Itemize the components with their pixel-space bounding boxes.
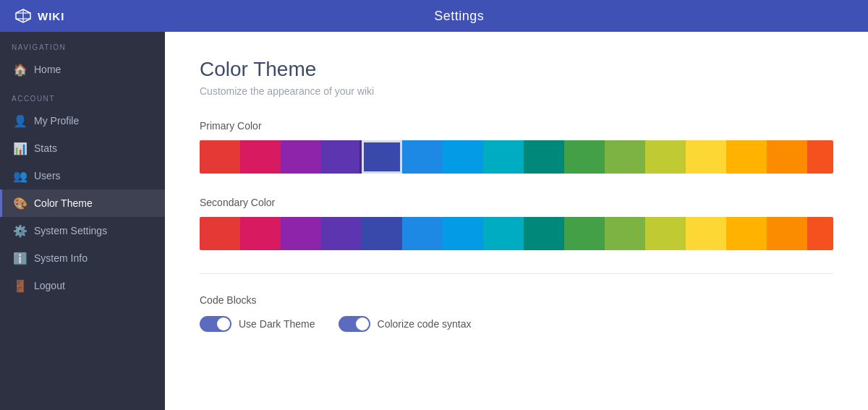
primary-color-swatch-2[interactable] bbox=[281, 140, 321, 174]
sidebar-item-system-info-label: System Info bbox=[34, 252, 88, 264]
wiki-logo-icon bbox=[14, 7, 32, 25]
primary-color-swatch-3[interactable] bbox=[321, 140, 362, 174]
secondary-color-swatch-1[interactable] bbox=[240, 217, 281, 250]
primary-color-swatch-10[interactable] bbox=[605, 140, 645, 174]
account-section-label: ACCOUNT bbox=[0, 83, 165, 107]
sidebar-item-home-label: Home bbox=[34, 64, 61, 75]
sidebar-item-my-profile-label: My Profile bbox=[34, 115, 79, 127]
primary-color-label: Primary Color bbox=[200, 120, 833, 132]
sidebar-item-home[interactable]: 🏠 Home bbox=[0, 56, 165, 83]
logo-text: WIKI bbox=[38, 10, 64, 22]
colorize-toggle[interactable] bbox=[339, 316, 370, 332]
secondary-color-swatch-3[interactable] bbox=[321, 217, 362, 250]
logout-icon: 🚪 bbox=[14, 279, 27, 292]
layout: NAVIGATION 🏠 Home ACCOUNT 👤 My Profile 📊… bbox=[0, 32, 868, 410]
primary-color-swatch-13[interactable] bbox=[726, 140, 767, 174]
topbar-title: Settings bbox=[64, 9, 854, 24]
main-content: Color Theme Customize the appearance of … bbox=[165, 32, 868, 410]
sidebar-item-stats-label: Stats bbox=[34, 142, 57, 154]
secondary-color-swatch-9[interactable] bbox=[564, 217, 605, 250]
sidebar-item-stats[interactable]: 📊 Stats bbox=[0, 134, 165, 162]
stats-icon: 📊 bbox=[14, 142, 27, 155]
secondary-color-swatch-8[interactable] bbox=[524, 217, 564, 250]
secondary-color-section: Secondary Color bbox=[200, 197, 833, 250]
divider bbox=[200, 273, 833, 274]
code-blocks-section: Code Blocks Use Dark Theme Colorize code… bbox=[200, 294, 833, 332]
home-icon: 🏠 bbox=[14, 63, 27, 76]
sidebar-item-my-profile[interactable]: 👤 My Profile bbox=[0, 107, 165, 134]
colorize-label: Colorize code syntax bbox=[378, 318, 472, 330]
secondary-color-swatch-11[interactable] bbox=[645, 217, 686, 250]
primary-color-swatch-5[interactable] bbox=[402, 140, 443, 174]
secondary-color-swatch-2[interactable] bbox=[281, 217, 321, 250]
sidebar-item-users[interactable]: 👥 Users bbox=[0, 162, 165, 189]
sidebar-item-color-theme-label: Color Theme bbox=[34, 197, 93, 209]
dark-theme-toggle[interactable] bbox=[200, 316, 231, 332]
code-blocks-label: Code Blocks bbox=[200, 294, 833, 306]
primary-color-swatch-8[interactable] bbox=[524, 140, 564, 174]
secondary-color-row bbox=[200, 217, 833, 250]
sidebar: NAVIGATION 🏠 Home ACCOUNT 👤 My Profile 📊… bbox=[0, 32, 165, 410]
primary-color-swatch-15[interactable] bbox=[807, 140, 833, 174]
secondary-color-swatch-15[interactable] bbox=[807, 217, 833, 250]
nav-section-label: NAVIGATION bbox=[0, 32, 165, 56]
sidebar-item-system-info[interactable]: ℹ️ System Info bbox=[0, 244, 165, 272]
colorize-toggle-item: Colorize code syntax bbox=[339, 316, 472, 332]
secondary-color-swatch-7[interactable] bbox=[483, 217, 524, 250]
sidebar-item-logout[interactable]: 🚪 Logout bbox=[0, 272, 165, 299]
primary-color-section: Primary Color bbox=[200, 120, 833, 174]
system-info-icon: ℹ️ bbox=[14, 252, 27, 265]
primary-color-swatch-7[interactable] bbox=[483, 140, 524, 174]
toggle-row: Use Dark Theme Colorize code syntax bbox=[200, 316, 833, 332]
secondary-color-swatch-12[interactable] bbox=[686, 217, 726, 250]
secondary-color-swatch-6[interactable] bbox=[443, 217, 483, 250]
primary-color-swatch-12[interactable] bbox=[686, 140, 726, 174]
sidebar-item-system-settings-label: System Settings bbox=[34, 225, 107, 236]
secondary-color-swatch-14[interactable] bbox=[767, 217, 807, 250]
sidebar-item-color-theme[interactable]: 🎨 Color Theme bbox=[0, 189, 165, 217]
page-subtitle: Customize the appearance of your wiki bbox=[200, 85, 833, 97]
primary-color-swatch-6[interactable] bbox=[443, 140, 483, 174]
primary-color-swatch-1[interactable] bbox=[240, 140, 281, 174]
system-settings-icon: ⚙️ bbox=[14, 224, 27, 237]
primary-color-row bbox=[200, 140, 833, 174]
dark-theme-toggle-item: Use Dark Theme bbox=[200, 316, 315, 332]
sidebar-item-logout-label: Logout bbox=[34, 280, 65, 291]
page-title: Color Theme bbox=[200, 58, 833, 81]
sidebar-item-users-label: Users bbox=[34, 170, 61, 181]
users-icon: 👥 bbox=[14, 169, 27, 182]
primary-color-swatch-9[interactable] bbox=[564, 140, 605, 174]
secondary-color-label: Secondary Color bbox=[200, 197, 833, 208]
secondary-color-swatch-13[interactable] bbox=[726, 217, 767, 250]
sidebar-item-system-settings[interactable]: ⚙️ System Settings bbox=[0, 217, 165, 244]
secondary-color-swatch-4[interactable] bbox=[362, 217, 402, 250]
dark-theme-label: Use Dark Theme bbox=[239, 318, 315, 330]
color-theme-icon: 🎨 bbox=[14, 197, 27, 210]
primary-color-swatch-4[interactable] bbox=[362, 140, 402, 174]
primary-color-swatch-0[interactable] bbox=[200, 140, 240, 174]
primary-color-swatch-14[interactable] bbox=[767, 140, 807, 174]
secondary-color-swatch-10[interactable] bbox=[605, 217, 645, 250]
secondary-color-swatch-5[interactable] bbox=[402, 217, 443, 250]
primary-color-swatch-11[interactable] bbox=[645, 140, 686, 174]
logo: WIKI bbox=[14, 7, 64, 25]
profile-icon: 👤 bbox=[14, 114, 27, 127]
topbar: WIKI Settings bbox=[0, 0, 868, 32]
secondary-color-swatch-0[interactable] bbox=[200, 217, 240, 250]
